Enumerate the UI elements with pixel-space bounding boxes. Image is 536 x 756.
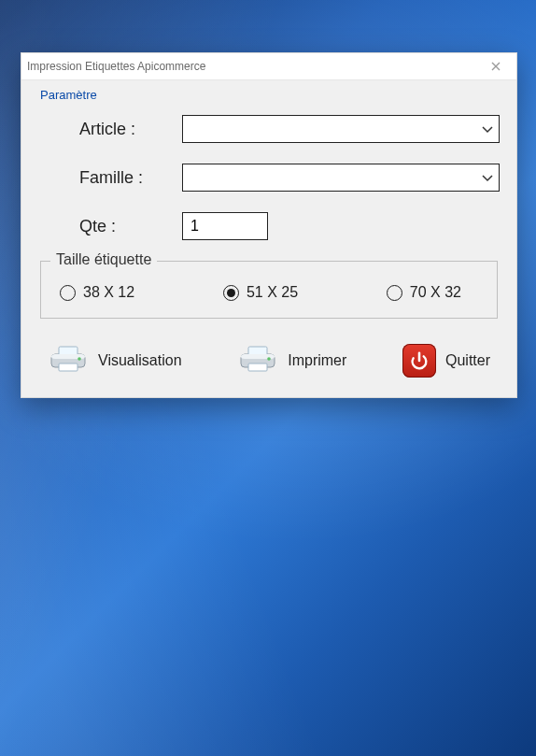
window-content: Paramètre Article : Famille : Qte : Tail… [21,80,516,397]
size-radio-row: 38 X 12 51 X 25 70 X 32 [54,280,484,305]
article-combobox[interactable] [182,115,500,143]
qte-label: Qte : [79,217,182,236]
imprimer-label: Imprimer [288,352,346,369]
close-icon [491,58,501,75]
radio-label: 70 X 32 [410,284,461,301]
radio-icon [387,285,402,301]
printer-icon [48,343,89,378]
menu-parametre[interactable]: Paramètre [38,86,97,115]
chevron-down-icon [482,169,493,186]
size-groupbox: Taille étiquette 38 X 12 51 X 25 70 X 32 [40,261,498,319]
app-window: Impression Etiquettes Apicommerce Paramè… [21,52,517,398]
printer-icon [237,343,278,378]
window-title: Impression Etiquettes Apicommerce [27,60,205,73]
quitter-button[interactable]: Quitter [397,342,496,379]
size-group-legend: Taille étiquette [50,251,157,268]
visualisation-button[interactable]: Visualisation [42,341,188,380]
svg-point-9 [267,357,271,361]
close-button[interactable] [475,53,516,79]
radio-icon [60,285,76,301]
power-icon [402,344,436,378]
action-row: Visualisation Imprimer [38,332,500,380]
qte-input[interactable] [182,212,268,240]
chevron-down-icon [482,121,493,137]
svg-point-4 [78,357,81,361]
famille-combobox[interactable] [182,164,500,192]
radio-51x25[interactable]: 51 X 25 [223,284,298,301]
radio-38x12[interactable]: 38 X 12 [60,284,134,301]
imprimer-button[interactable]: Imprimer [232,341,352,380]
svg-rect-7 [248,364,267,371]
quitter-label: Quitter [445,352,490,369]
radio-label: 51 X 25 [247,284,298,301]
row-article: Article : [38,115,500,143]
radio-70x32[interactable]: 70 X 32 [387,284,461,301]
row-qte: Qte : [38,212,500,240]
titlebar: Impression Etiquettes Apicommerce [21,53,516,80]
radio-icon [223,285,239,301]
visualisation-label: Visualisation [98,352,182,369]
row-famille: Famille : [38,164,500,192]
svg-rect-2 [59,364,78,371]
radio-label: 38 X 12 [83,284,134,301]
famille-label: Famille : [79,168,182,188]
article-label: Article : [79,120,182,139]
